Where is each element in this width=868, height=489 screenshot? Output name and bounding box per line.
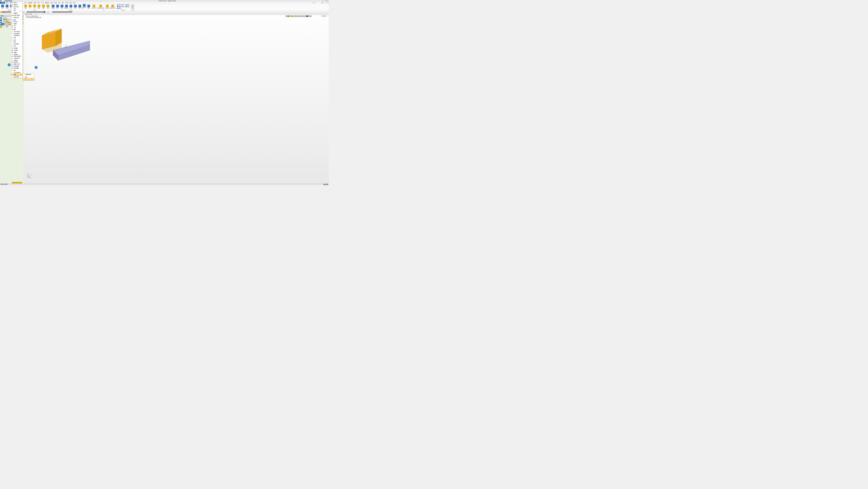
- tb-icon[interactable]: [63, 11, 64, 13]
- tb-icon[interactable]: [60, 11, 61, 13]
- bottom-icon[interactable]: [19, 182, 20, 183]
- ctx-isolate[interactable]: ◎孤立显示: [11, 21, 22, 23]
- history-icon[interactable]: [0, 17, 2, 19]
- face-offset-button[interactable]: 面偏移: [51, 4, 55, 9]
- menu-pipe[interactable]: 管道: [65, 2, 68, 4]
- tb-icon[interactable]: [31, 11, 33, 13]
- color-swatch-dark[interactable]: [306, 16, 308, 17]
- ctx-config-default[interactable]: ✓默认: [23, 76, 34, 78]
- color-swatch-purple[interactable]: [308, 16, 310, 17]
- view-icon[interactable]: [293, 16, 295, 17]
- user-icon[interactable]: [0, 26, 2, 28]
- cyl-bend-button[interactable]: 圆柱折弯: [92, 4, 96, 9]
- ctx-copy-with-constraints[interactable]: 📄带约束复制: [11, 43, 22, 45]
- menu-visualstyle[interactable]: 视觉样式: [44, 2, 50, 4]
- ctx-all-same-components[interactable]: 所有相同组件: [23, 74, 34, 76]
- draft-button[interactable]: 拔模: [24, 4, 28, 9]
- tb-arrow-icon[interactable]: [0, 11, 2, 13]
- ctx-regenerate[interactable]: ♻重生成: [11, 2, 22, 4]
- print-icon[interactable]: [7, 0, 8, 2]
- tb-icon[interactable]: [8, 11, 9, 13]
- ctx-output[interactable]: ↗输出: [11, 70, 22, 72]
- bottom-icon[interactable]: [14, 182, 16, 183]
- mdi-close-icon[interactable]: ✕: [328, 0, 329, 2]
- ctx-merge[interactable]: ⊕合并: [11, 27, 22, 29]
- menu-app[interactable]: App: [57, 2, 61, 4]
- ctx-pack[interactable]: 📦打包: [11, 25, 22, 27]
- tb-icon[interactable]: [43, 11, 45, 13]
- layer-select[interactable]: 图层0000: [321, 16, 327, 17]
- menu-modeling[interactable]: 造型: [5, 2, 9, 4]
- menu-file[interactable]: 文件(F): [0, 2, 5, 4]
- tb-icon[interactable]: [54, 11, 55, 13]
- tb-icon[interactable]: [27, 11, 28, 13]
- bottom-icon[interactable]: [17, 182, 19, 183]
- view-icon[interactable]: [301, 16, 302, 17]
- ctx-form-subassembly[interactable]: 📦组成子装配体: [11, 14, 22, 16]
- ctx-move-to-layer[interactable]: ▤移动到图层: [11, 67, 22, 69]
- ctx-activate-layer[interactable]: ▤激活图层: [11, 61, 22, 63]
- menu-tube[interactable]: 管筒: [68, 2, 72, 4]
- visibility-checkbox[interactable]: [4, 24, 6, 26]
- ctx-config-component[interactable]: 配置组件: [11, 12, 22, 14]
- ctx-config-1[interactable]: 1⤺: [23, 78, 34, 80]
- view-icon[interactable]: [289, 16, 291, 17]
- tb-icon[interactable]: [33, 11, 34, 13]
- tb-icon[interactable]: [61, 11, 63, 13]
- ctx-copy[interactable]: 📄复制: [11, 41, 22, 43]
- undo-icon[interactable]: [9, 0, 10, 2]
- ctx-cut[interactable]: ✂剪切: [11, 39, 22, 41]
- wrap-pattern-button[interactable]: 缠绕阵列到面: [110, 4, 116, 9]
- ctx-hide[interactable]: 🚫隐藏: [11, 19, 22, 21]
- sb-icon[interactable]: [323, 184, 325, 185]
- split-button[interactable]: 分割: [69, 4, 73, 9]
- menu-dataexchange[interactable]: 数据交换: [27, 2, 33, 4]
- tb-icon[interactable]: [41, 11, 42, 13]
- ctx-face-props[interactable]: ◪面属性: [11, 51, 22, 53]
- open-icon[interactable]: [4, 0, 5, 2]
- tb-icon[interactable]: [65, 11, 66, 13]
- tb-icon[interactable]: [5, 11, 6, 13]
- tb-icon[interactable]: [58, 11, 60, 13]
- lip-button[interactable]: 唇缘: [41, 4, 45, 9]
- tb-icon[interactable]: [66, 11, 67, 13]
- tree-icon[interactable]: [0, 20, 2, 21]
- ctx-layer-toggle[interactable]: ▤图层打开/关闭: [11, 63, 22, 65]
- ctx-part-props[interactable]: ⚙零件属性: [11, 48, 22, 50]
- view-icon[interactable]: [297, 16, 298, 17]
- app-icon[interactable]: [0, 0, 2, 2]
- ctx-assembly-folder[interactable]: 📁装配文件夹: [11, 17, 22, 19]
- view-icon[interactable]: [305, 16, 306, 17]
- tb-icon[interactable]: [57, 11, 58, 13]
- tb-icon[interactable]: [9, 11, 11, 13]
- tb-minus-icon[interactable]: [3, 11, 5, 13]
- pattern-geom-button[interactable]: 阵列几何体 ▾ 复制: [117, 4, 129, 6]
- tb-icon[interactable]: [68, 11, 69, 13]
- view-icon[interactable]: [310, 16, 312, 17]
- gear-icon[interactable]: ⚙: [321, 2, 323, 3]
- tb-icon[interactable]: [36, 11, 37, 13]
- wrap-to-face-button[interactable]: 缠绕到面: [105, 4, 109, 9]
- sketch-button[interactable]: 草图: [0, 4, 4, 9]
- menu-query[interactable]: 查询: [50, 2, 54, 4]
- tb-plus-icon[interactable]: [2, 11, 3, 13]
- view-icon[interactable]: [291, 16, 293, 17]
- tb-icon[interactable]: [37, 11, 39, 13]
- hole-button[interactable]: 孔: [28, 4, 32, 9]
- menu-tools[interactable]: 工具: [40, 2, 44, 4]
- shell-button[interactable]: 抽壳: [55, 4, 59, 9]
- hexahedron-button[interactable]: 六面体: [5, 4, 9, 9]
- menu-repair[interactable]: 修复: [33, 2, 37, 4]
- view-icon[interactable]: [295, 16, 297, 17]
- ctx-favorite[interactable]: ★收藏: [11, 37, 22, 39]
- ctx-to-virtual[interactable]: ✦转为虚拟组件: [11, 33, 22, 35]
- select-mode-select[interactable]: 单一选择: [45, 11, 52, 13]
- bottom-icon[interactable]: [12, 182, 13, 183]
- ctx-paste[interactable]: 📋粘贴: [11, 45, 22, 47]
- command-search-input[interactable]: [312, 2, 321, 4]
- add-tab-icon[interactable]: +: [34, 13, 36, 15]
- tb-icon[interactable]: [55, 11, 57, 13]
- tb-icon[interactable]: [6, 11, 8, 13]
- ctx-inherit-props[interactable]: ↘继承属性: [11, 53, 22, 55]
- emboss-button[interactable]: 镶嵌: [87, 4, 91, 9]
